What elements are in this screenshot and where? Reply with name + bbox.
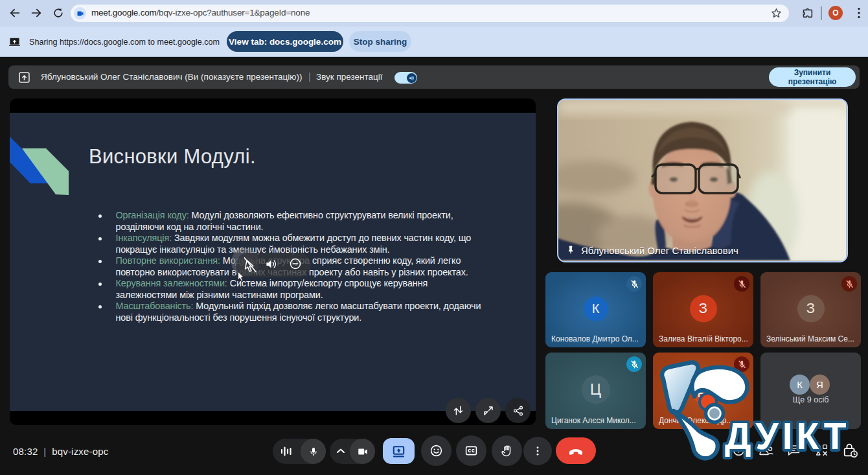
svg-text:ДУІКТ: ДУІКТ (725, 415, 851, 457)
